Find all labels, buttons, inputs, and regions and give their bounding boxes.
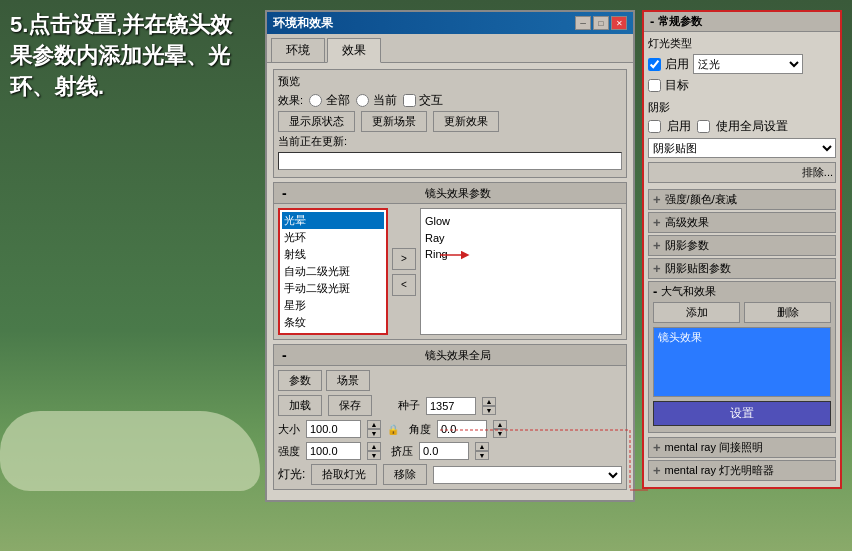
- global-tab-params[interactable]: 参数: [278, 370, 322, 391]
- intensity-down[interactable]: ▼: [367, 451, 381, 460]
- lens-effect-listbox: 镜头效果: [653, 327, 831, 397]
- arrow-left-button[interactable]: <: [392, 274, 416, 296]
- atmosphere-header: - 大气和效果: [653, 284, 831, 299]
- mr-indirect-item[interactable]: + mental ray 间接照明: [648, 437, 836, 458]
- mr-shader-item[interactable]: + mental ray 灯光明暗器: [648, 460, 836, 481]
- lens-params-collapse[interactable]: -: [276, 185, 293, 201]
- collapse-intensity[interactable]: + 强度/颜色/衰减: [648, 189, 836, 210]
- squeeze-down[interactable]: ▼: [475, 451, 489, 460]
- environment-effects-dialog: 环境和效果 ─ □ ✕ 环境 效果 预览 效果: 全部 当前: [265, 10, 635, 502]
- update-scene-button[interactable]: 更新场景: [361, 111, 427, 132]
- seed-input[interactable]: [426, 397, 476, 415]
- update-effect-button[interactable]: 更新效果: [433, 111, 499, 132]
- titlebar-buttons: ─ □ ✕: [575, 16, 627, 30]
- lens-global-header: - 镜头效果全局: [274, 345, 626, 366]
- interactive-label: 交互: [419, 92, 443, 109]
- collapse-advanced-label: 高级效果: [665, 215, 709, 230]
- preview-section: 预览 效果: 全部 当前 交互 显示原状态 更新场景 更新效: [273, 69, 627, 178]
- right-panel-title: 常规参数: [658, 14, 702, 29]
- radio-all-group: 全部: [309, 92, 350, 109]
- settings-button[interactable]: 设置: [653, 401, 831, 426]
- minimize-button[interactable]: ─: [575, 16, 591, 30]
- interactive-checkbox-group: 交互: [403, 92, 443, 109]
- arrow-right-button[interactable]: >: [392, 248, 416, 270]
- angle-up[interactable]: ▲: [493, 420, 507, 429]
- interactive-checkbox[interactable]: [403, 94, 416, 107]
- tab-strip: 环境 效果: [267, 34, 633, 63]
- intensity-input[interactable]: [306, 442, 361, 460]
- effect-item-star[interactable]: 星形: [282, 297, 384, 314]
- tab-effects[interactable]: 效果: [327, 38, 381, 63]
- squeeze-input[interactable]: [419, 442, 469, 460]
- delete-atmosphere-button[interactable]: 删除: [744, 302, 831, 323]
- collapse-shadowmap-params[interactable]: + 阴影贴图参数: [648, 258, 836, 279]
- tab-environment[interactable]: 环境: [271, 38, 325, 62]
- radio-current[interactable]: [356, 94, 369, 107]
- light-type-label: 灯光类型: [648, 36, 836, 51]
- radio-all[interactable]: [309, 94, 322, 107]
- right-panel-collapse[interactable]: -: [650, 14, 654, 29]
- atmosphere-collapse[interactable]: -: [653, 284, 657, 299]
- effect-item-auto2[interactable]: 自动二级光斑: [282, 263, 384, 280]
- shadow-label: 阴影: [648, 100, 836, 115]
- shadow-enable-label: 启用: [667, 118, 691, 135]
- size-up[interactable]: ▲: [367, 420, 381, 429]
- pick-light-button[interactable]: 拾取灯光: [311, 464, 377, 485]
- target-checkbox[interactable]: [648, 79, 661, 92]
- collapse-shadow-params[interactable]: + 阴影参数: [648, 235, 836, 256]
- load-button[interactable]: 加载: [278, 395, 322, 416]
- target-row: 目标: [648, 77, 836, 94]
- lens-params-title: 镜头效果参数: [293, 186, 624, 201]
- seed-up[interactable]: ▲: [482, 397, 496, 406]
- restore-button[interactable]: □: [593, 16, 609, 30]
- shadow-enable-checkbox[interactable]: [648, 120, 661, 133]
- effect-item-glow[interactable]: 光晕: [282, 212, 384, 229]
- add-atmosphere-button[interactable]: 添加: [653, 302, 740, 323]
- dialog-titlebar: 环境和效果 ─ □ ✕: [267, 12, 633, 34]
- radio-current-group: 当前: [356, 92, 397, 109]
- preview-label: 预览: [278, 74, 622, 89]
- effect-item-ray[interactable]: 射线: [282, 246, 384, 263]
- radio-current-label: 当前: [373, 92, 397, 109]
- shadow-map-select[interactable]: 阴影贴图: [648, 138, 836, 158]
- seed-down[interactable]: ▼: [482, 406, 496, 415]
- size-down[interactable]: ▼: [367, 429, 381, 438]
- light-dropdown[interactable]: [433, 466, 622, 484]
- remove-button[interactable]: 移除: [383, 464, 427, 485]
- effects-list: 光晕 光环 射线 自动二级光斑 手动二级光斑 星形 条纹: [278, 208, 388, 335]
- show-original-button[interactable]: 显示原状态: [278, 111, 355, 132]
- angle-down[interactable]: ▼: [493, 429, 507, 438]
- light-type-select[interactable]: 泛光: [693, 54, 803, 74]
- lock-icon: 🔒: [387, 424, 399, 435]
- arrow-buttons: > <: [392, 208, 416, 335]
- shadow-options: 启用 使用全局设置: [648, 118, 836, 135]
- angle-label: 角度: [409, 422, 431, 437]
- preview-row1: 效果: 全部 当前 交互: [278, 92, 622, 109]
- collapse-intensity-label: 强度/颜色/衰减: [665, 192, 737, 207]
- lens-effect-item[interactable]: 镜头效果: [658, 330, 826, 345]
- light-enable-row: 启用 泛光: [648, 54, 836, 74]
- save-button[interactable]: 保存: [328, 395, 372, 416]
- size-input[interactable]: [306, 420, 361, 438]
- shadow-global-checkbox[interactable]: [697, 120, 710, 133]
- light-label: 灯光:: [278, 466, 305, 483]
- collapse-shadowmap-label: 阴影贴图参数: [665, 261, 731, 276]
- effect-item-streak[interactable]: 条纹: [282, 314, 384, 331]
- right-panel: - 常规参数 灯光类型 启用 泛光 目标 阴影 启用: [642, 10, 842, 489]
- close-button[interactable]: ✕: [611, 16, 627, 30]
- lens-global-collapse[interactable]: -: [276, 347, 293, 363]
- effect-item-manual2[interactable]: 手动二级光斑: [282, 280, 384, 297]
- squeeze-up[interactable]: ▲: [475, 442, 489, 451]
- global-tab-scene[interactable]: 场景: [326, 370, 370, 391]
- collapse-plus-intensity: +: [653, 192, 661, 207]
- squeeze-label: 挤压: [391, 444, 413, 459]
- angle-input[interactable]: [437, 420, 487, 438]
- lens-global-title: 镜头效果全局: [293, 348, 624, 363]
- collapse-advanced[interactable]: + 高级效果: [648, 212, 836, 233]
- effect-item-ring[interactable]: 光环: [282, 229, 384, 246]
- intensity-up[interactable]: ▲: [367, 442, 381, 451]
- exclude-button[interactable]: 排除...: [648, 162, 836, 183]
- size-spinner: ▲ ▼: [367, 420, 381, 438]
- intensity-spinner: ▲ ▼: [367, 442, 381, 460]
- light-enable-checkbox[interactable]: [648, 58, 661, 71]
